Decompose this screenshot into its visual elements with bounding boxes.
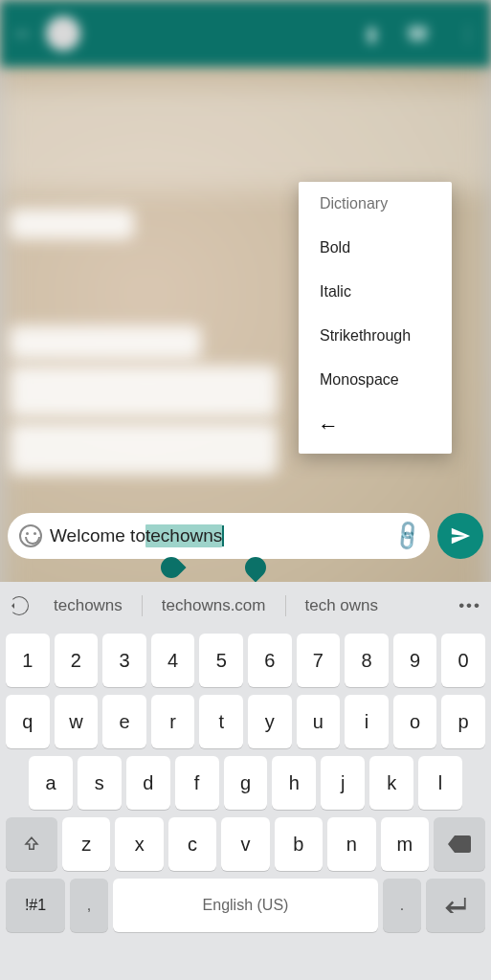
key-w[interactable]: w [55, 695, 99, 748]
key-a[interactable]: a [29, 756, 73, 810]
key-g[interactable]: g [224, 756, 268, 810]
menu-item-strikethrough[interactable]: Strikethrough [299, 314, 452, 358]
text-format-menu: Dictionary Bold Italic Strikethrough Mon… [299, 182, 452, 454]
message-input[interactable]: Welcome to techowns 🔗 [8, 513, 430, 559]
message-input-row: Welcome to techowns 🔗 [8, 513, 483, 559]
key-5[interactable]: 5 [199, 634, 243, 687]
menu-item-monospace[interactable]: Monospace [299, 358, 452, 402]
key-b[interactable]: b [275, 817, 323, 871]
key-q[interactable]: q [6, 695, 50, 748]
key-l[interactable]: l [418, 756, 462, 810]
key-enter[interactable] [426, 879, 485, 932]
key-n[interactable]: n [327, 817, 375, 871]
suggestion-separator [285, 595, 286, 616]
suggestion-item[interactable]: tech owns [290, 596, 394, 615]
key-v[interactable]: v [221, 817, 269, 871]
key-3[interactable]: 3 [102, 634, 146, 687]
voice-call-icon[interactable]: ☎ [406, 22, 430, 45]
send-icon [450, 525, 471, 546]
message-bubble [10, 366, 278, 417]
key-symbols[interactable]: !#1 [6, 879, 65, 932]
suggestion-bar: techowns techowns.com tech owns ••• [0, 582, 491, 630]
key-row-1: 1 2 3 4 5 6 7 8 9 0 [0, 630, 491, 691]
message-text-selection: techowns [145, 524, 222, 547]
suggestion-refresh-icon[interactable] [10, 596, 29, 615]
suggestion-more-icon[interactable]: ••• [458, 596, 481, 615]
suggestion-item[interactable]: techowns.com [146, 596, 281, 615]
video-call-icon[interactable]: ▮ [367, 22, 377, 45]
key-t[interactable]: t [199, 695, 243, 748]
menu-item-italic[interactable]: Italic [299, 270, 452, 314]
text-cursor [222, 525, 224, 546]
avatar[interactable] [46, 16, 80, 51]
key-x[interactable]: x [115, 817, 163, 871]
key-period[interactable]: . [383, 879, 421, 932]
shift-icon [23, 835, 40, 853]
backspace-icon [448, 835, 471, 853]
key-e[interactable]: e [102, 695, 146, 748]
attach-icon[interactable]: 🔗 [390, 518, 425, 553]
key-r[interactable]: r [151, 695, 195, 748]
menu-item-bold[interactable]: Bold [299, 226, 452, 270]
key-u[interactable]: u [297, 695, 341, 748]
key-8[interactable]: 8 [345, 634, 389, 687]
message-bubble [10, 325, 201, 360]
media-row [0, 86, 491, 191]
chat-header: ← ▮ ☎ ⋮ [0, 0, 491, 67]
key-2[interactable]: 2 [55, 634, 99, 687]
key-y[interactable]: y [248, 695, 292, 748]
key-9[interactable]: 9 [393, 634, 437, 687]
emoji-icon[interactable] [19, 524, 42, 547]
key-space[interactable]: English (US) [113, 879, 378, 932]
key-h[interactable]: h [272, 756, 316, 810]
key-shift[interactable] [6, 817, 57, 871]
key-j[interactable]: j [321, 756, 365, 810]
more-icon[interactable]: ⋮ [458, 22, 478, 45]
key-4[interactable]: 4 [151, 634, 195, 687]
message-text-prefix: Welcome to [50, 525, 145, 546]
key-row-2: q w e r t y u i o p [0, 691, 491, 752]
message-bubble [10, 423, 278, 475]
key-1[interactable]: 1 [6, 634, 50, 687]
key-i[interactable]: i [345, 695, 389, 748]
message-text[interactable]: Welcome to techowns [50, 524, 224, 547]
key-d[interactable]: d [126, 756, 170, 810]
key-p[interactable]: p [441, 695, 485, 748]
key-row-5: !#1 , English (US) . [0, 875, 491, 936]
key-comma[interactable]: , [70, 879, 108, 932]
key-row-4: z x c v b n m [0, 813, 491, 875]
key-m[interactable]: m [381, 817, 429, 871]
key-c[interactable]: c [168, 817, 216, 871]
key-0[interactable]: 0 [441, 634, 485, 687]
suggestion-separator [142, 595, 143, 616]
menu-back-icon[interactable]: ← [299, 402, 452, 446]
send-button[interactable] [437, 513, 483, 559]
key-backspace[interactable] [434, 817, 485, 871]
key-f[interactable]: f [175, 756, 219, 810]
back-icon[interactable]: ← [13, 21, 34, 46]
key-o[interactable]: o [393, 695, 437, 748]
keyboard: techowns techowns.com tech owns ••• 1 2 … [0, 582, 491, 980]
key-row-3: a s d f g h j k l [0, 752, 491, 813]
suggestion-item[interactable]: techowns [38, 596, 138, 615]
key-7[interactable]: 7 [297, 634, 341, 687]
key-z[interactable]: z [62, 817, 110, 871]
message-bubble [10, 209, 134, 239]
key-k[interactable]: k [369, 756, 413, 810]
key-s[interactable]: s [78, 756, 122, 810]
enter-icon [445, 898, 466, 913]
key-6[interactable]: 6 [248, 634, 292, 687]
menu-item-dictionary[interactable]: Dictionary [299, 189, 452, 226]
